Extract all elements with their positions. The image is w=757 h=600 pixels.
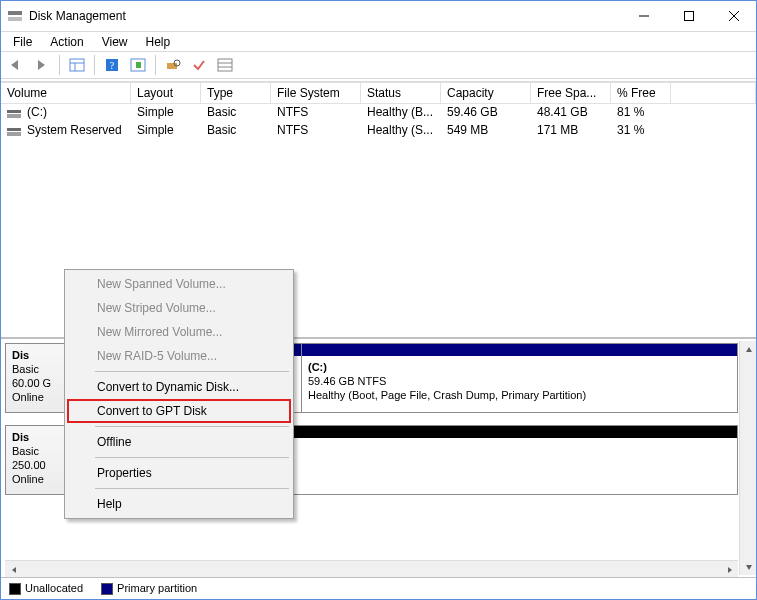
legend-unallocated: Unallocated (9, 582, 83, 595)
volume-row[interactable]: System ReservedSimpleBasicNTFSHealthy (S… (1, 122, 756, 140)
cell-free: 48.41 GB (531, 104, 611, 122)
ctx-new-raid5: New RAID-5 Volume... (67, 344, 291, 368)
cell-fs: NTFS (271, 104, 361, 122)
horizontal-scrollbar[interactable] (5, 560, 738, 577)
ctx-offline[interactable]: Offline (67, 430, 291, 454)
cell-status: Healthy (S... (361, 122, 441, 140)
app-icon (7, 8, 23, 24)
menu-view[interactable]: View (94, 33, 136, 51)
title-bar: Disk Management (1, 1, 756, 31)
refresh-icon[interactable] (127, 54, 149, 76)
scroll-up-icon[interactable] (740, 341, 756, 358)
svg-rect-12 (136, 62, 141, 68)
maximize-button[interactable] (666, 2, 711, 31)
svg-rect-1 (8, 17, 22, 21)
menu-bar: File Action View Help (1, 31, 756, 51)
cell-capacity: 549 MB (441, 122, 531, 140)
toolbar: ? (1, 51, 756, 79)
col-spacer (671, 82, 756, 104)
ctx-properties[interactable]: Properties (67, 461, 291, 485)
cell-name: (C:) (1, 104, 131, 122)
svg-rect-15 (218, 59, 232, 71)
ctx-new-mirrored: New Mirrored Volume... (67, 320, 291, 344)
col-type[interactable]: Type (201, 82, 271, 104)
ctx-convert-dynamic[interactable]: Convert to Dynamic Disk... (67, 375, 291, 399)
partition-text: (C:)59.46 GB NTFSHealthy (Boot, Page Fil… (308, 348, 731, 402)
col-filesystem[interactable]: File System (271, 82, 361, 104)
volume-icon (7, 107, 23, 119)
partition[interactable]: (C:)59.46 GB NTFSHealthy (Boot, Page Fil… (302, 344, 737, 412)
vertical-scrollbar[interactable] (739, 341, 756, 575)
disk-management-window: Disk Management File Action View Help ? … (0, 0, 757, 600)
scroll-left-icon[interactable] (5, 561, 22, 577)
check-icon[interactable] (188, 54, 210, 76)
cell-free: 171 MB (531, 122, 611, 140)
cell-type: Basic (201, 122, 271, 140)
col-free[interactable]: Free Spa... (531, 82, 611, 104)
svg-text:?: ? (110, 60, 115, 71)
ctx-new-spanned: New Spanned Volume... (67, 272, 291, 296)
col-pctfree[interactable]: % Free (611, 82, 671, 104)
cell-fs: NTFS (271, 122, 361, 140)
col-status[interactable]: Status (361, 82, 441, 104)
window-title: Disk Management (29, 9, 126, 23)
scroll-right-icon[interactable] (721, 561, 738, 577)
volume-icon (7, 125, 23, 137)
scroll-down-icon[interactable] (740, 558, 756, 575)
svg-rect-0 (8, 11, 22, 15)
cell-status: Healthy (B... (361, 104, 441, 122)
view-toggle-icon[interactable] (66, 54, 88, 76)
col-capacity[interactable]: Capacity (441, 82, 531, 104)
ctx-new-striped: New Striped Volume... (67, 296, 291, 320)
cell-type: Basic (201, 104, 271, 122)
back-button[interactable] (5, 54, 27, 76)
cell-pct: 81 % (611, 104, 671, 122)
close-button[interactable] (711, 2, 756, 31)
menu-action[interactable]: Action (42, 33, 91, 51)
volume-list-header: Volume Layout Type File System Status Ca… (1, 82, 756, 104)
help-icon[interactable]: ? (101, 54, 123, 76)
svg-rect-3 (684, 12, 693, 21)
cell-pct: 31 % (611, 122, 671, 140)
svg-rect-6 (70, 59, 84, 71)
list-icon[interactable] (214, 54, 236, 76)
forward-button[interactable] (31, 54, 53, 76)
menu-file[interactable]: File (5, 33, 40, 51)
settings-icon[interactable] (162, 54, 184, 76)
cell-layout: Simple (131, 104, 201, 122)
col-layout[interactable]: Layout (131, 82, 201, 104)
cell-name: System Reserved (1, 122, 131, 140)
ctx-convert-gpt[interactable]: Convert to GPT Disk (67, 399, 291, 423)
cell-capacity: 59.46 GB (441, 104, 531, 122)
menu-help[interactable]: Help (138, 33, 179, 51)
volume-row[interactable]: (C:)SimpleBasicNTFSHealthy (B...59.46 GB… (1, 104, 756, 122)
context-menu: New Spanned Volume... New Striped Volume… (64, 269, 294, 519)
legend: Unallocated Primary partition (1, 577, 756, 599)
minimize-button[interactable] (621, 2, 666, 31)
ctx-help[interactable]: Help (67, 492, 291, 516)
cell-layout: Simple (131, 122, 201, 140)
col-volume[interactable]: Volume (1, 82, 131, 104)
legend-primary: Primary partition (101, 582, 197, 595)
